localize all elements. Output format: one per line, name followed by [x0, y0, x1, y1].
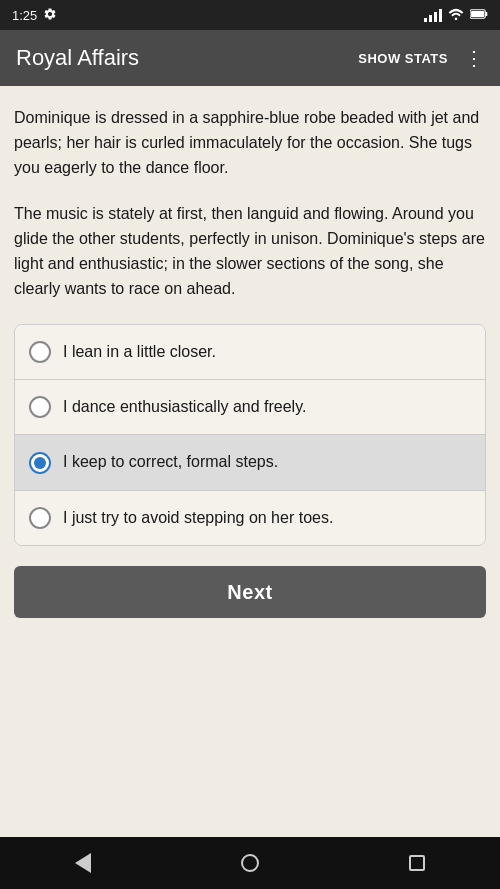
svg-rect-2 [485, 11, 487, 15]
choice-item-4[interactable]: I just try to avoid stepping on her toes… [15, 491, 485, 545]
home-button[interactable] [225, 838, 275, 888]
more-options-icon[interactable]: ⋮ [464, 46, 484, 70]
choice-item-2[interactable]: I dance enthusiastically and freely. [15, 380, 485, 435]
choices-container: I lean in a little closer. I dance enthu… [14, 324, 486, 547]
svg-point-0 [455, 18, 458, 21]
svg-rect-3 [471, 10, 484, 16]
choice-item-3[interactable]: I keep to correct, formal steps. [15, 435, 485, 490]
back-icon [75, 853, 91, 873]
radio-button-4[interactable] [29, 507, 51, 529]
status-right [424, 7, 488, 23]
app-bar: Royal Affairs SHOW STATS ⋮ [0, 30, 500, 86]
app-title: Royal Affairs [16, 45, 139, 71]
radio-button-1[interactable] [29, 341, 51, 363]
app-bar-actions: SHOW STATS ⋮ [358, 46, 484, 70]
status-left: 1:25 [12, 7, 57, 24]
radio-button-2[interactable] [29, 396, 51, 418]
narrative-paragraph-2: The music is stately at first, then lang… [14, 202, 486, 301]
choice-label-3: I keep to correct, formal steps. [63, 451, 278, 473]
radio-button-3[interactable] [29, 452, 51, 474]
bottom-nav [0, 837, 500, 889]
main-content: Dominique is dressed in a sapphire-blue … [0, 86, 500, 837]
recents-icon [409, 855, 425, 871]
back-button[interactable] [58, 838, 108, 888]
wifi-icon [448, 7, 464, 23]
time-display: 1:25 [12, 8, 37, 23]
signal-icon [424, 8, 442, 22]
battery-icon [470, 8, 488, 23]
choice-item-1[interactable]: I lean in a little closer. [15, 325, 485, 380]
recents-button[interactable] [392, 838, 442, 888]
gear-icon [43, 7, 57, 24]
show-stats-button[interactable]: SHOW STATS [358, 51, 448, 66]
home-icon [241, 854, 259, 872]
narrative-paragraph-1: Dominique is dressed in a sapphire-blue … [14, 106, 486, 180]
choice-label-1: I lean in a little closer. [63, 341, 216, 363]
next-button[interactable]: Next [14, 566, 486, 618]
choice-label-4: I just try to avoid stepping on her toes… [63, 507, 333, 529]
status-bar: 1:25 [0, 0, 500, 30]
choice-label-2: I dance enthusiastically and freely. [63, 396, 306, 418]
